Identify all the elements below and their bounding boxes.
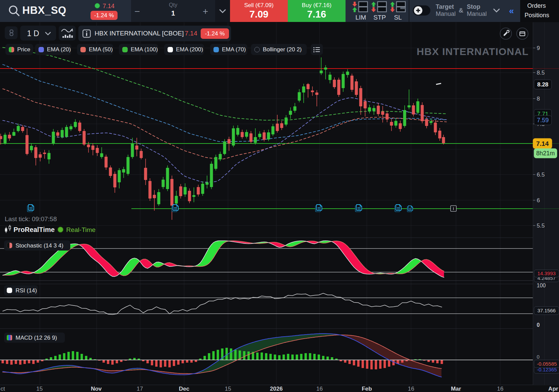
svg-text:6.5: 6.5 xyxy=(537,172,545,178)
svg-text:Dec: Dec xyxy=(179,386,189,392)
svg-text:7.59: 7.59 xyxy=(537,117,549,124)
svg-text:RSI (14): RSI (14) xyxy=(16,287,37,294)
svg-text:5.5: 5.5 xyxy=(537,223,545,229)
svg-text:Real-Time: Real-Time xyxy=(66,226,96,233)
svg-text:HBX INTERNATIONAL: HBX INTERNATIONAL xyxy=(417,46,529,57)
svg-text:LIM: LIM xyxy=(355,14,366,21)
svg-text:15: 15 xyxy=(225,386,231,392)
svg-text:16: 16 xyxy=(497,386,504,392)
svg-text:Stochastic (14 3 4): Stochastic (14 3 4) xyxy=(16,242,63,249)
svg-text:6: 6 xyxy=(537,197,540,204)
svg-text:8h21m: 8h21m xyxy=(536,150,555,157)
svg-text:100: 100 xyxy=(537,283,546,288)
svg-text:Feb: Feb xyxy=(362,386,372,392)
svg-text:2026: 2026 xyxy=(270,386,283,392)
svg-text:«: « xyxy=(509,6,514,16)
svg-text:0: 0 xyxy=(537,322,540,328)
svg-text:Mar: Mar xyxy=(451,386,461,392)
svg-text:9: 9 xyxy=(537,45,540,51)
svg-text:Target: Target xyxy=(436,3,454,10)
svg-text:Last tick: 09:07:58: Last tick: 09:07:58 xyxy=(5,215,57,223)
svg-text:Nov: Nov xyxy=(91,386,102,392)
svg-text:Manual: Manual xyxy=(436,10,456,17)
svg-text:8.28: 8.28 xyxy=(537,81,548,88)
svg-text:Apr: Apr xyxy=(548,386,558,392)
svg-text:&: & xyxy=(459,7,463,14)
svg-text:16: 16 xyxy=(408,386,414,392)
svg-text:14.3993: 14.3993 xyxy=(537,270,556,276)
svg-text:8: 8 xyxy=(537,96,540,102)
svg-text:Stop: Stop xyxy=(467,3,480,10)
svg-text:8.5: 8.5 xyxy=(537,70,545,76)
svg-text:MACD (12 26 9): MACD (12 26 9) xyxy=(16,335,57,341)
svg-text:ProRealTime: ProRealTime xyxy=(14,226,55,233)
svg-text:15: 15 xyxy=(36,386,43,392)
svg-text:i: i xyxy=(453,206,454,211)
svg-text:-0.05585: -0.05585 xyxy=(537,361,557,367)
svg-text:0: 0 xyxy=(537,354,539,360)
svg-text:17: 17 xyxy=(137,386,143,392)
svg-text:16: 16 xyxy=(316,386,323,392)
svg-text:SL: SL xyxy=(394,14,402,21)
svg-text:Manual: Manual xyxy=(467,10,487,17)
svg-text:ct: ct xyxy=(0,386,5,392)
svg-text:37.1566: 37.1566 xyxy=(537,308,556,313)
svg-text:STP: STP xyxy=(374,14,386,21)
svg-text:7.14: 7.14 xyxy=(536,140,549,147)
